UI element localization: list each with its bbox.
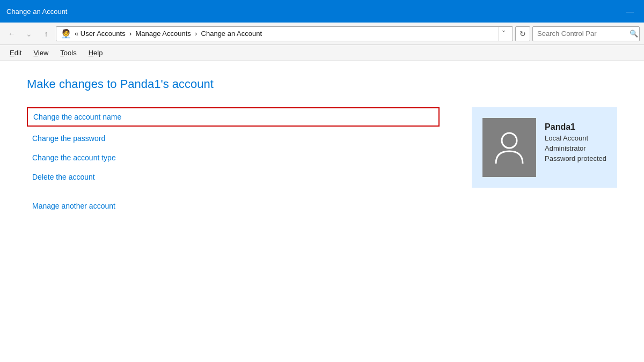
address-dropdown-button[interactable]: ˅ [499,27,508,41]
search-icon: 🔍 [630,29,638,38]
account-name: Panda1 [545,122,606,132]
chevron-down-icon: ˅ [502,29,506,38]
address-bar[interactable]: 🧑‍💼 « Panda1 « User Accounts › Manage Ac… [56,26,513,41]
address-bar-row: ← ⌄ ↑ 🧑‍💼 « Panda1 « User Accounts › Man… [0,23,644,45]
menu-tools[interactable]: Tools [55,47,82,59]
up-icon: ↑ [45,29,48,38]
refresh-icon: ↻ [519,29,526,38]
account-info: Panda1 Local Account Administrator Passw… [472,107,617,188]
account-detail-password: Password protected [545,154,606,162]
search-box[interactable]: 🔍 [532,26,640,41]
menu-view[interactable]: View [28,47,54,59]
account-avatar [482,118,536,177]
window: Change an Account — ← ⌄ ↑ 🧑‍💼 « Panda1 «… [0,0,644,362]
title-bar: Change an Account — [0,0,644,23]
svg-point-0 [502,133,517,148]
main-content: Make changes to Panda1's account Change … [0,61,644,362]
delete-account-link[interactable]: Delete the account [27,167,440,187]
account-details: Panda1 Local Account Administrator Passw… [545,118,606,162]
address-bar-full: « User Accounts › Manage Accounts › Chan… [75,29,493,38]
up-button[interactable]: ↑ [39,26,54,41]
option-separator [27,187,440,196]
content-layout: Change the account name Change the passw… [27,107,617,216]
back-button[interactable]: ← [4,26,19,41]
page-heading: Make changes to Panda1's account [27,77,617,91]
change-password-link[interactable]: Change the password [27,129,440,148]
address-bar-folder-icon: 🧑‍💼 [61,28,71,39]
user-avatar-icon [493,129,525,166]
minimize-button[interactable]: — [623,4,638,19]
account-detail-admin: Administrator [545,144,606,152]
window-title: Change an Account [6,8,67,16]
manage-another-account-link[interactable]: Manage another account [27,196,440,216]
menu-bar: Edit View Tools Help [0,45,644,61]
change-account-type-link[interactable]: Change the account type [27,148,440,167]
dropdown-icon: ⌄ [26,29,32,38]
change-account-name-link[interactable]: Change the account name [27,107,440,127]
dropdown-nav-button[interactable]: ⌄ [21,26,36,41]
options-panel: Change the account name Change the passw… [27,107,440,216]
menu-edit[interactable]: Edit [4,47,27,59]
account-panel: Panda1 Local Account Administrator Passw… [472,107,617,216]
account-detail-local: Local Account [545,134,606,142]
back-icon: ← [8,29,16,38]
title-bar-controls: — [623,4,638,19]
refresh-button[interactable]: ↻ [515,26,530,41]
menu-help[interactable]: Help [83,47,108,59]
search-input[interactable] [537,29,627,38]
